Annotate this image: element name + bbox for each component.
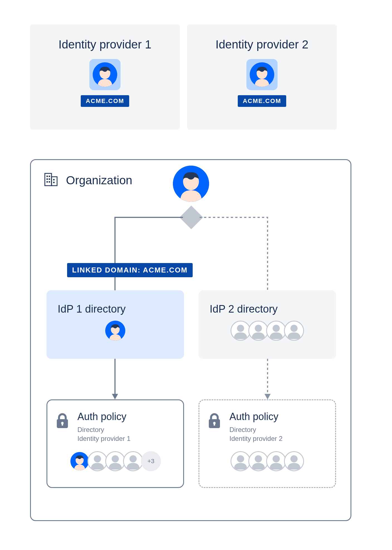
placeholder-user-icon — [231, 451, 251, 471]
placeholder-user-icon — [248, 321, 268, 341]
decision-diamond-icon — [180, 206, 203, 229]
placeholder-user-icon — [248, 451, 268, 471]
placeholder-user-icon — [105, 451, 125, 471]
auth-policy-2-avatars — [207, 451, 328, 471]
auth-policy-2-title: Auth policy — [229, 411, 283, 423]
auth-policy-2-card: Auth policy Directory Identity provider … — [199, 399, 336, 488]
idp1-directory-title: IdP 1 directory — [58, 303, 173, 315]
organization-header: Organization — [44, 173, 132, 188]
organization-panel: Organization LINKED DOMAIN: ACME.COM IdP… — [30, 159, 351, 521]
avatar-overflow-count: +3 — [141, 451, 161, 471]
idp1-directory-card: IdP 1 directory — [46, 290, 184, 359]
idp2-directory-avatars — [210, 321, 325, 341]
idp1-title: Identity provider 1 — [30, 38, 180, 51]
auth-policy-2-subtitle: Directory Identity provider 2 — [229, 425, 283, 443]
placeholder-user-icon — [284, 451, 304, 471]
auth-policy-1-card: Auth policy Directory Identity provider … — [46, 399, 184, 488]
user-avatar-icon — [250, 62, 274, 87]
idp1-domain-badge: ACME.COM — [81, 95, 129, 107]
placeholder-user-icon — [123, 451, 143, 471]
building-icon — [44, 173, 58, 188]
lock-icon — [55, 412, 70, 430]
idp2-title: Identity provider 2 — [187, 38, 337, 51]
idp2-directory-title: IdP 2 directory — [210, 303, 325, 315]
identity-provider-2-card: Identity provider 2 ACME.COM — [187, 24, 337, 130]
organization-label: Organization — [66, 174, 132, 187]
policy1-sub-line2: Identity provider 1 — [77, 435, 131, 442]
user-avatar-icon — [93, 62, 117, 87]
idp1-user-avatar-wrap — [89, 59, 121, 90]
policy2-sub-line1: Directory — [229, 426, 256, 433]
svg-marker-19 — [264, 394, 271, 399]
idp2-directory-card: IdP 2 directory — [199, 290, 336, 359]
placeholder-user-icon — [284, 321, 304, 341]
auth-policy-1-avatars: +3 — [55, 451, 176, 471]
identity-provider-1-card: Identity provider 1 ACME.COM — [30, 24, 180, 130]
user-avatar-icon — [70, 451, 90, 471]
auth-policy-1-title: Auth policy — [77, 411, 131, 423]
placeholder-user-icon — [87, 451, 107, 471]
auth-policy-1-subtitle: Directory Identity provider 1 — [77, 425, 131, 443]
idp1-directory-avatars — [58, 321, 173, 341]
placeholder-user-icon — [231, 321, 251, 341]
placeholder-user-icon — [266, 321, 286, 341]
placeholder-user-icon — [266, 451, 286, 471]
organization-user-avatar — [173, 166, 209, 202]
idp2-domain-badge: ACME.COM — [238, 95, 286, 107]
user-avatar-icon — [105, 321, 125, 341]
idp2-user-avatar-wrap — [246, 59, 278, 90]
policy1-sub-line1: Directory — [77, 426, 104, 433]
svg-marker-17 — [112, 394, 118, 399]
policy2-sub-line2: Identity provider 2 — [229, 435, 283, 442]
lock-icon — [207, 412, 222, 430]
linked-domain-badge: LINKED DOMAIN: ACME.COM — [67, 263, 193, 277]
